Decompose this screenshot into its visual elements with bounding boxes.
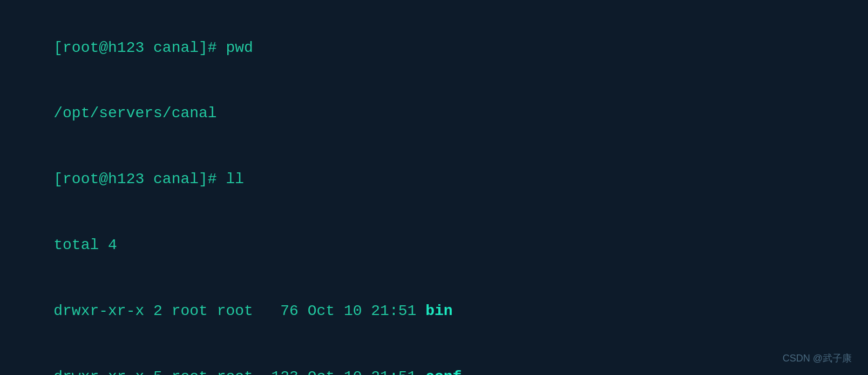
prompt-ll: [root@h123 canal]#	[53, 171, 226, 188]
prompt-pwd: [root@h123 canal]#	[53, 39, 226, 56]
line-bin: drwxr-xr-x 2 root root 76 Oct 10 21:51 b…	[17, 278, 851, 344]
line-cmd-pwd: [root@h123 canal]# pwd	[17, 15, 851, 81]
dir-bin: bin	[425, 303, 452, 319]
line-conf: drwxr-xr-x 5 root root 123 Oct 10 21:51 …	[17, 344, 851, 375]
line-out-pwd: /opt/servers/canal	[17, 81, 851, 147]
output-pwd: /opt/servers/canal	[53, 105, 216, 122]
output-total: total 4	[53, 237, 117, 253]
cmd-pwd: pwd	[226, 39, 253, 56]
line-cmd-ll: [root@h123 canal]# ll	[17, 147, 851, 213]
cmd-ll: ll	[226, 171, 244, 188]
perms-bin: drwxr-xr-x 2 root root 76 Oct 10 21:51	[53, 303, 425, 319]
perms-conf: drwxr-xr-x 5 root root 123 Oct 10 21:51	[53, 369, 425, 376]
dir-conf: conf	[425, 369, 462, 376]
watermark: CSDN @武子康	[783, 351, 852, 365]
line-total: total 4	[17, 212, 851, 278]
terminal-window: [root@h123 canal]# pwd /opt/servers/cana…	[0, 0, 868, 375]
